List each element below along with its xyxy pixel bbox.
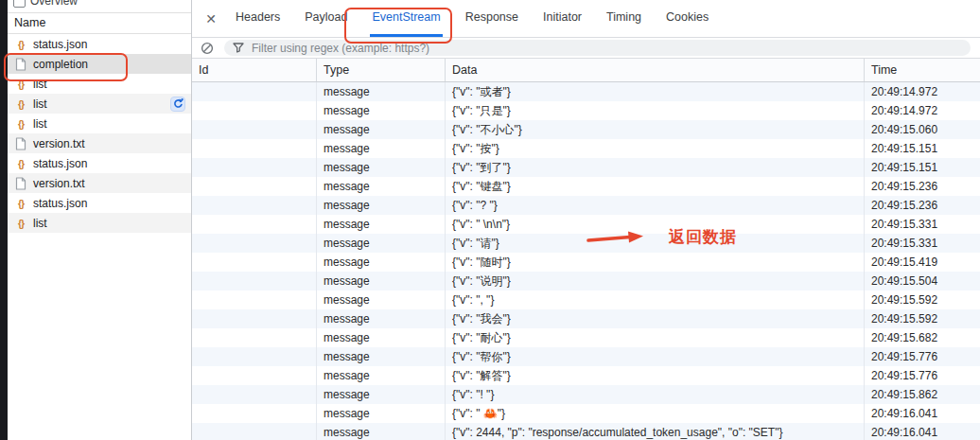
request-item-version-txt[interactable]: version.txt: [8, 173, 191, 193]
cell-type: message: [317, 234, 446, 253]
refetch-badge: [170, 97, 185, 114]
cell-type: message: [317, 423, 446, 440]
event-row[interactable]: message{"v": "耐心"}20:49:15.682: [192, 328, 980, 347]
request-item-list[interactable]: {}list: [8, 94, 191, 114]
name-column-header[interactable]: Name: [8, 12, 191, 34]
cell-id: [192, 404, 317, 423]
cell-id: [192, 139, 317, 158]
cell-id: [192, 328, 317, 347]
detail-tabbar: ✕ HeadersPayloadEventStreamResponseIniti…: [192, 0, 980, 38]
cell-type: message: [317, 404, 446, 423]
cell-time: 20:49:16.041: [865, 404, 980, 423]
cell-time: 20:49:15.682: [865, 328, 980, 347]
overview-toggle[interactable]: Overview: [13, 0, 78, 8]
close-icon[interactable]: ✕: [201, 9, 220, 28]
cell-type: message: [317, 309, 446, 328]
event-row[interactable]: message{"v": "说明"}20:49:15.504: [192, 272, 980, 290]
cell-id: [192, 347, 317, 366]
json-icon: {}: [14, 79, 27, 90]
cell-time: 20:49:15.236: [865, 196, 980, 215]
cell-data: {"v": "说明"}: [446, 272, 865, 290]
request-item-list[interactable]: {}list: [8, 213, 191, 233]
event-row[interactable]: message{"v": "到了"}20:49:15.151: [192, 158, 980, 177]
event-row[interactable]: message{"v": "? "}20:49:15.236: [192, 196, 980, 215]
request-item-status-json[interactable]: {}status.json: [8, 153, 191, 173]
event-row[interactable]: message{"v": "或者"}20:49:14.972: [192, 82, 980, 101]
event-row[interactable]: message{"v": "请"}20:49:15.331: [192, 234, 980, 253]
cell-data: {"v": "! "}: [446, 385, 865, 404]
detail-tabs: HeadersPayloadEventStreamResponseInitiat…: [234, 0, 710, 37]
cell-type: message: [317, 328, 446, 347]
event-row[interactable]: message{"v": "我会"}20:49:15.592: [192, 309, 980, 328]
column-header-time[interactable]: Time: [865, 59, 980, 81]
cell-data: {"v": "我会"}: [446, 309, 865, 328]
filter-box[interactable]: [224, 40, 971, 56]
tab-payload[interactable]: Payload: [303, 0, 349, 37]
cell-time: 20:49:15.060: [865, 120, 980, 139]
event-row[interactable]: message{"v": "帮你"}20:49:15.776: [192, 347, 980, 366]
column-header-data[interactable]: Data: [446, 59, 865, 81]
request-item-completion[interactable]: completion: [8, 54, 191, 74]
tab-timing[interactable]: Timing: [604, 0, 643, 37]
cell-id: [192, 82, 317, 101]
event-row[interactable]: message{"v": "键盘"}20:49:15.236: [192, 177, 980, 196]
event-row[interactable]: message{"v": "随时"}20:49:15.419: [192, 253, 980, 272]
request-name: version.txt: [33, 177, 85, 190]
event-row[interactable]: message{"v": 2444, "p": "response/accumu…: [192, 423, 980, 440]
tab-headers[interactable]: Headers: [234, 0, 282, 37]
tab-eventstream[interactable]: EventStream: [370, 0, 442, 37]
overview-checkbox[interactable]: [13, 0, 26, 8]
tab-initiator[interactable]: Initiator: [541, 0, 584, 37]
request-name: list: [33, 97, 47, 111]
clear-icon[interactable]: [200, 41, 215, 56]
cell-data: {"v": "? "}: [446, 196, 865, 215]
cell-id: [192, 158, 317, 177]
cell-time: 20:49:15.862: [865, 385, 980, 404]
column-header-type[interactable]: Type: [317, 59, 446, 81]
cell-type: message: [317, 177, 446, 196]
cell-id: [192, 423, 317, 440]
cell-data: {"v": "随时"}: [446, 253, 865, 272]
request-item-status-json[interactable]: {}status.json: [8, 34, 191, 54]
json-icon: {}: [14, 158, 27, 169]
cell-type: message: [317, 385, 446, 404]
cell-data: {"v": " \n\n"}: [446, 215, 865, 234]
filter-input[interactable]: [250, 41, 962, 56]
request-item-status-json[interactable]: {}status.json: [8, 193, 191, 213]
cell-id: [192, 177, 317, 196]
event-row[interactable]: message{"v": "解答"}20:49:15.776: [192, 366, 980, 385]
cell-id: [192, 101, 317, 120]
document-icon: [14, 177, 27, 190]
event-row[interactable]: message{"v": "只是"}20:49:14.972: [192, 101, 980, 120]
request-name: completion: [33, 58, 88, 71]
cell-data: {"v": "或者"}: [446, 82, 865, 101]
request-list-sidebar: Name {}status.jsoncompletion{}list{}list…: [8, 12, 191, 440]
cell-id: [192, 290, 317, 309]
event-row[interactable]: message{"v": "! "}20:49:15.862: [192, 385, 980, 404]
column-header-id[interactable]: Id: [192, 59, 317, 81]
cell-type: message: [317, 290, 446, 309]
cell-data: {"v": "键盘"}: [446, 177, 865, 196]
cell-data: {"v": ", "}: [446, 290, 865, 309]
request-name: status.json: [33, 38, 87, 51]
cell-data: {"v": 2444, "p": "response/accumulated_t…: [446, 423, 865, 440]
event-row[interactable]: message{"v": "不小心"}20:49:15.060: [192, 120, 980, 139]
cell-id: [192, 215, 317, 234]
tab-cookies[interactable]: Cookies: [664, 0, 710, 37]
event-row[interactable]: message{"v": ", "}20:49:15.592: [192, 290, 980, 309]
cell-time: 20:49:15.776: [865, 347, 980, 366]
json-icon: {}: [14, 198, 27, 209]
cell-id: [192, 309, 317, 328]
request-item-list[interactable]: {}list: [8, 114, 191, 133]
cell-time: 20:49:15.331: [865, 234, 980, 253]
request-item-list[interactable]: {}list: [8, 74, 191, 94]
cell-data: {"v": "帮你"}: [446, 347, 865, 366]
cell-type: message: [317, 366, 446, 385]
tab-response[interactable]: Response: [464, 0, 520, 37]
cell-time: 20:49:15.592: [865, 290, 980, 309]
event-row[interactable]: message{"v": "按"}20:49:15.151: [192, 139, 980, 158]
request-item-version-txt[interactable]: version.txt: [8, 133, 191, 153]
event-row[interactable]: message{"v": " 🦀"}20:49:16.041: [192, 404, 980, 423]
request-name: list: [33, 117, 47, 131]
event-row[interactable]: message{"v": " \n\n"}20:49:15.331: [192, 215, 980, 234]
